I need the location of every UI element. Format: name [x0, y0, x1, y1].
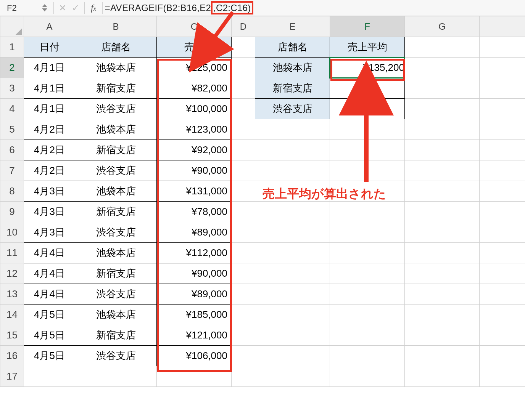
cell-A9[interactable]: 4月3日	[24, 202, 75, 222]
cell-H17[interactable]	[480, 366, 525, 387]
cell-H8[interactable]	[480, 181, 525, 202]
cell-B14[interactable]: 池袋本店	[75, 305, 157, 325]
cell-G8[interactable]	[405, 181, 480, 202]
cell-F12[interactable]	[330, 263, 405, 284]
cell-D2[interactable]	[232, 58, 255, 78]
cell-B16[interactable]: 渋谷支店	[75, 346, 157, 366]
cell-A5[interactable]: 4月2日	[24, 119, 75, 140]
col-header-blank[interactable]	[480, 16, 525, 37]
cell-H16[interactable]	[480, 346, 525, 366]
cell-H4[interactable]	[480, 99, 525, 119]
cell-H9[interactable]	[480, 202, 525, 222]
cell-A10[interactable]: 4月3日	[24, 222, 75, 243]
cell-G5[interactable]	[405, 119, 480, 140]
cell-D4[interactable]	[232, 99, 255, 119]
cell-A2[interactable]: 4月1日	[24, 58, 75, 78]
cell-B8[interactable]: 池袋本店	[75, 181, 157, 202]
cell-E1[interactable]: 店舗名	[255, 37, 330, 58]
cell-F11[interactable]	[330, 243, 405, 263]
cancel-icon[interactable]	[56, 3, 69, 13]
cell-C7[interactable]: ¥90,000	[157, 160, 232, 181]
cell-E5[interactable]	[255, 119, 330, 140]
cell-H13[interactable]	[480, 284, 525, 305]
cell-G13[interactable]	[405, 284, 480, 305]
row-header-11[interactable]: 11	[0, 243, 24, 263]
cell-D13[interactable]	[232, 284, 255, 305]
cell-H5[interactable]	[480, 119, 525, 140]
col-header-A[interactable]: A	[24, 16, 75, 37]
cell-G3[interactable]	[405, 78, 480, 99]
cell-D6[interactable]	[232, 140, 255, 160]
col-header-D[interactable]: D	[232, 16, 255, 37]
cell-D5[interactable]	[232, 119, 255, 140]
cell-F6[interactable]	[330, 140, 405, 160]
cell-D14[interactable]	[232, 305, 255, 325]
cell-A3[interactable]: 4月1日	[24, 78, 75, 99]
cell-E3[interactable]: 新宿支店	[255, 78, 330, 99]
col-header-B[interactable]: B	[75, 16, 157, 37]
cell-B2[interactable]: 池袋本店	[75, 58, 157, 78]
cell-C11[interactable]: ¥112,000	[157, 243, 232, 263]
cell-D11[interactable]	[232, 243, 255, 263]
cell-D8[interactable]	[232, 181, 255, 202]
name-box[interactable]: F2	[0, 3, 42, 13]
cell-F2[interactable]: ¥135,200	[330, 58, 405, 78]
cell-C4[interactable]: ¥100,000	[157, 99, 232, 119]
cell-H11[interactable]	[480, 243, 525, 263]
cell-G12[interactable]	[405, 263, 480, 284]
cell-E2[interactable]: 池袋本店	[255, 58, 330, 78]
cell-C15[interactable]: ¥121,000	[157, 325, 232, 346]
cell-C3[interactable]: ¥82,000	[157, 78, 232, 99]
cell-A15[interactable]: 4月5日	[24, 325, 75, 346]
cell-G10[interactable]	[405, 222, 480, 243]
cell-F14[interactable]	[330, 305, 405, 325]
cell-F13[interactable]	[330, 284, 405, 305]
cell-B4[interactable]: 渋谷支店	[75, 99, 157, 119]
cell-F5[interactable]	[330, 119, 405, 140]
cell-F16[interactable]	[330, 346, 405, 366]
cell-B12[interactable]: 新宿支店	[75, 263, 157, 284]
cell-A11[interactable]: 4月4日	[24, 243, 75, 263]
cell-G17[interactable]	[405, 366, 480, 387]
row-header-16[interactable]: 16	[0, 346, 24, 366]
cell-D12[interactable]	[232, 263, 255, 284]
cell-C16[interactable]: ¥106,000	[157, 346, 232, 366]
cell-D15[interactable]	[232, 325, 255, 346]
col-header-G[interactable]: G	[405, 16, 480, 37]
cell-B17[interactable]	[75, 366, 157, 387]
cell-B7[interactable]: 渋谷支店	[75, 160, 157, 181]
cell-H10[interactable]	[480, 222, 525, 243]
cell-H2[interactable]	[480, 58, 525, 78]
row-header-13[interactable]: 13	[0, 284, 24, 305]
cell-G2[interactable]	[405, 58, 480, 78]
cell-F15[interactable]	[330, 325, 405, 346]
cell-E15[interactable]	[255, 325, 330, 346]
cell-F3[interactable]	[330, 78, 405, 99]
row-header-7[interactable]: 7	[0, 160, 24, 181]
fx-icon[interactable]: fx	[91, 3, 96, 13]
cell-A6[interactable]: 4月2日	[24, 140, 75, 160]
cell-E11[interactable]	[255, 243, 330, 263]
cell-D3[interactable]	[232, 78, 255, 99]
cell-E6[interactable]	[255, 140, 330, 160]
cell-H1[interactable]	[480, 37, 525, 58]
cell-H14[interactable]	[480, 305, 525, 325]
enter-icon[interactable]	[69, 3, 82, 13]
cell-C10[interactable]: ¥89,000	[157, 222, 232, 243]
name-box-spinner[interactable]	[42, 4, 47, 11]
cell-H7[interactable]	[480, 160, 525, 181]
cell-C12[interactable]: ¥90,000	[157, 263, 232, 284]
cell-G9[interactable]	[405, 202, 480, 222]
cell-B15[interactable]: 新宿支店	[75, 325, 157, 346]
cell-D1[interactable]	[232, 37, 255, 58]
cell-D10[interactable]	[232, 222, 255, 243]
cell-D17[interactable]	[232, 366, 255, 387]
row-header-1[interactable]: 1	[0, 37, 24, 58]
cell-E17[interactable]	[255, 366, 330, 387]
cell-C5[interactable]: ¥123,000	[157, 119, 232, 140]
row-header-8[interactable]: 8	[0, 181, 24, 202]
cell-G16[interactable]	[405, 346, 480, 366]
cell-G7[interactable]	[405, 160, 480, 181]
cell-G4[interactable]	[405, 99, 480, 119]
cell-F1[interactable]: 売上平均	[330, 37, 405, 58]
